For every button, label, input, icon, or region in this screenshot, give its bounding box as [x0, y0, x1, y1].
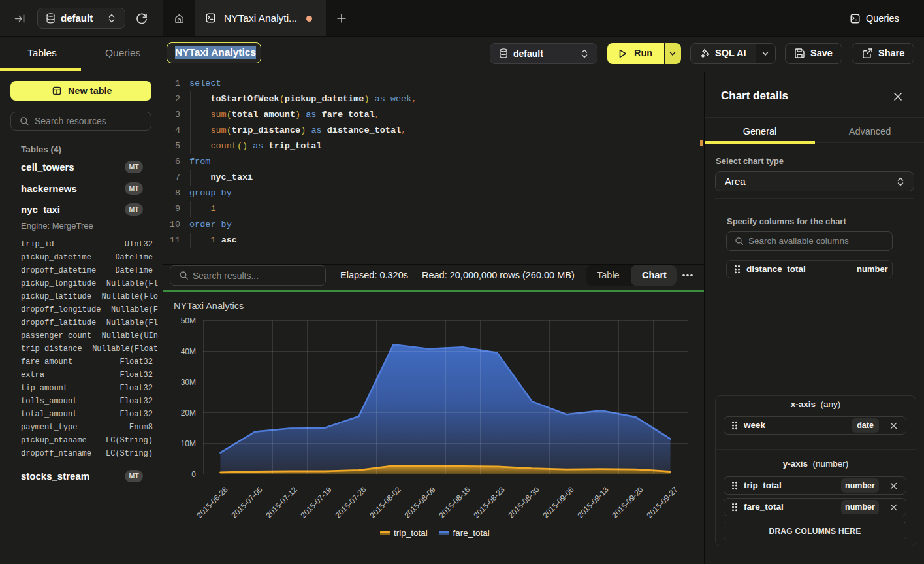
svg-text:2015-07-05: 2015-07-05 — [229, 485, 264, 520]
svg-text:2015-09-20: 2015-09-20 — [610, 485, 645, 520]
svg-text:2015-08-16: 2015-08-16 — [437, 485, 472, 520]
svg-text:50M: 50M — [181, 316, 196, 325]
svg-text:40M: 40M — [181, 347, 196, 356]
svg-text:10M: 10M — [181, 439, 196, 448]
svg-text:trip_total: trip_total — [394, 528, 428, 538]
svg-text:2015-08-02: 2015-08-02 — [368, 485, 403, 520]
svg-text:2015-07-26: 2015-07-26 — [333, 485, 368, 520]
svg-text:2015-08-30: 2015-08-30 — [506, 485, 541, 520]
svg-text:2015-07-19: 2015-07-19 — [298, 485, 334, 520]
svg-text:2015-09-27: 2015-09-27 — [645, 485, 680, 520]
svg-text:2015-08-09: 2015-08-09 — [402, 485, 438, 520]
svg-text:fare_total: fare_total — [453, 528, 490, 538]
svg-text:2015-09-06: 2015-09-06 — [541, 485, 576, 520]
svg-text:0: 0 — [191, 470, 196, 479]
svg-text:30M: 30M — [181, 378, 196, 387]
svg-text:2015-09-13: 2015-09-13 — [575, 485, 611, 520]
svg-text:2015-06-28: 2015-06-28 — [195, 485, 230, 520]
svg-text:20M: 20M — [181, 408, 196, 418]
svg-text:2015-08-23: 2015-08-23 — [471, 485, 507, 520]
svg-text:2015-07-12: 2015-07-12 — [264, 485, 299, 520]
